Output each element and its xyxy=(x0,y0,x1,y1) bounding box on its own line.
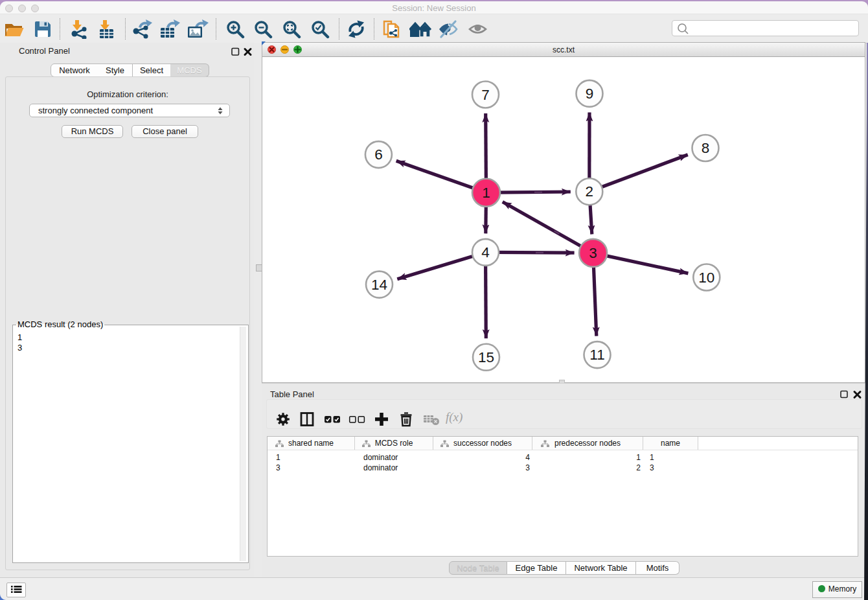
svg-text:11: 11 xyxy=(589,347,604,363)
svg-text:1: 1 xyxy=(482,185,490,201)
svg-text:9: 9 xyxy=(586,86,594,102)
svg-text:10: 10 xyxy=(698,270,714,286)
svg-text:2: 2 xyxy=(586,183,594,200)
svg-text:15: 15 xyxy=(478,349,494,365)
svg-text:8: 8 xyxy=(702,140,710,156)
svg-text:3: 3 xyxy=(589,245,597,261)
svg-text:14: 14 xyxy=(371,277,387,293)
svg-text:6: 6 xyxy=(374,146,383,163)
svg-text:7: 7 xyxy=(481,87,490,103)
svg-text:4: 4 xyxy=(481,244,490,260)
